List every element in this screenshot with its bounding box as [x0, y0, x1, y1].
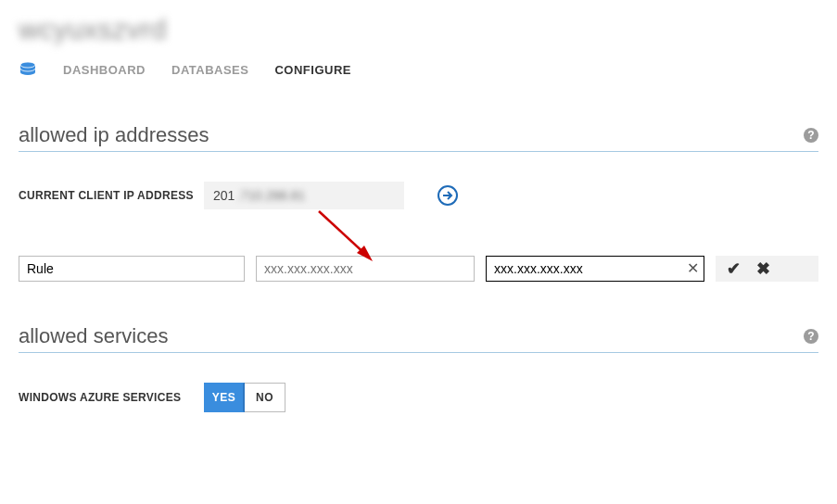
tab-databases[interactable]: DATABASES — [171, 63, 248, 77]
tab-bar: DASHBOARD DATABASES CONFIGURE — [0, 45, 837, 86]
toggle-yes[interactable]: YES — [204, 383, 245, 412]
rule-start-ip-input[interactable] — [256, 256, 475, 282]
rule-name-input[interactable] — [19, 256, 245, 282]
rule-actions: ✔ ✖ — [716, 256, 818, 282]
section-title-allowed-services: allowed services — [19, 324, 168, 348]
ip-visible: 201 — [213, 188, 235, 203]
confirm-rule-icon[interactable]: ✔ — [725, 260, 742, 277]
current-client-ip-label: CURRENT CLIENT IP ADDRESS — [19, 189, 204, 202]
help-icon[interactable]: ? — [804, 128, 818, 143]
help-icon[interactable]: ? — [804, 329, 818, 344]
tab-configure[interactable]: CONFIGURE — [274, 63, 351, 77]
toggle-no[interactable]: NO — [245, 383, 285, 412]
ip-obscured: .710.288.81 — [236, 188, 305, 203]
add-current-ip-button[interactable] — [438, 185, 458, 206]
current-client-ip-value: 201 .710.288.81 — [204, 182, 404, 209]
clear-input-icon[interactable]: ✕ — [687, 261, 699, 276]
section-title-allowed-ip: allowed ip addresses — [19, 123, 209, 147]
section-header-allowed-services: allowed services ? — [19, 324, 818, 353]
azure-services-toggle: YES NO — [204, 383, 285, 412]
page-title: wcyuxszvrd — [0, 0, 837, 45]
windows-azure-services-label: WINDOWS AZURE SERVICES — [19, 391, 204, 404]
tab-dashboard[interactable]: DASHBOARD — [63, 63, 146, 77]
database-icon — [19, 62, 37, 77]
firewall-rule-row: ✕ ✔ ✖ — [19, 256, 818, 287]
section-header-allowed-ip: allowed ip addresses ? — [19, 123, 818, 152]
rule-end-ip-input[interactable] — [486, 256, 704, 282]
cancel-rule-icon[interactable]: ✖ — [755, 260, 771, 277]
